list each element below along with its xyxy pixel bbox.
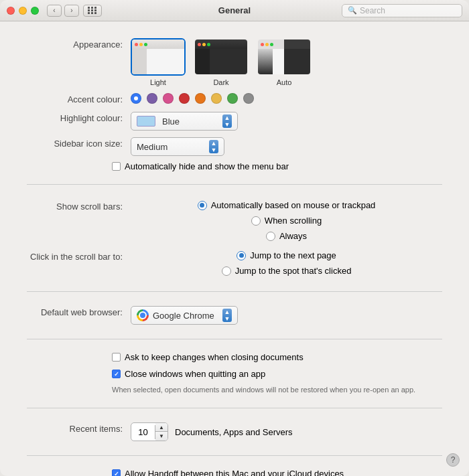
minimize-button[interactable]	[19, 7, 27, 15]
recent-items-row: Recent items: 10 ▲ ▼ Documents, Apps and…	[0, 419, 469, 445]
click-next-page-label: Jump to the next page	[250, 250, 336, 260]
scroll-always-label: Always	[279, 231, 307, 241]
menu-bar-checkbox[interactable]	[112, 162, 121, 171]
scroll-auto-radio[interactable]	[198, 201, 207, 210]
accent-red[interactable]	[179, 93, 190, 104]
maximize-button[interactable]	[31, 7, 39, 15]
separator-5	[27, 455, 442, 456]
show-scroll-bars-control: Automatically based on mouse or trackpad…	[131, 199, 442, 242]
arrow-up-icon: ▲	[224, 309, 230, 315]
dark-thumb-dot-green	[207, 43, 210, 46]
close-windows-row: Close windows when quitting an app	[0, 367, 469, 381]
appearance-control: Light Dark	[131, 38, 442, 86]
scroll-scrolling-label: When scrolling	[265, 216, 322, 226]
click-scroll-bar-row: Click in the scroll bar to: Jump to the …	[0, 246, 469, 281]
menu-bar-label: Automatically hide and show the menu bar	[125, 161, 289, 171]
default-browser-select[interactable]: Google Chrome ▲ ▼	[131, 306, 238, 325]
arrow-up-icon: ▲	[224, 114, 230, 121]
accent-blue[interactable]	[131, 93, 141, 104]
close-windows-checkbox[interactable]	[112, 370, 121, 378]
appearance-auto-label: Auto	[277, 78, 292, 86]
scroll-scrolling-row: When scrolling	[251, 214, 322, 227]
accent-colour-control	[131, 93, 442, 104]
documents-note: When selected, open documents and window…	[0, 382, 469, 397]
highlight-colour-select[interactable]: Blue ▲ ▼	[131, 112, 238, 131]
stepper-down-button[interactable]: ▼	[155, 432, 168, 441]
auto-thumb-content-light	[273, 49, 284, 74]
click-next-page-radio[interactable]	[237, 251, 246, 260]
ask-changes-label: Ask to keep changes when closing documen…	[125, 352, 304, 362]
accent-colour-label: Accent colour:	[27, 93, 131, 104]
sidebar-icon-size-control: Medium ▲ ▼	[131, 137, 442, 156]
stepper-up-button[interactable]: ▲	[155, 423, 168, 432]
traffic-lights	[7, 7, 39, 15]
menu-bar-row: Automatically hide and show the menu bar	[0, 159, 469, 173]
appearance-dark[interactable]: Dark	[194, 38, 249, 86]
light-thumb-sidebar	[132, 49, 147, 74]
click-scroll-bar-label: Click in the scroll bar to:	[27, 249, 131, 263]
titlebar: ‹ › General 🔍	[0, 0, 469, 21]
auto-thumb-dot-yellow	[265, 43, 269, 46]
separator-3	[27, 339, 442, 339]
back-button[interactable]: ‹	[47, 5, 62, 17]
accent-pink[interactable]	[163, 93, 174, 104]
sidebar-icon-size-select[interactable]: Medium ▲ ▼	[131, 137, 224, 156]
grid-button[interactable]	[83, 5, 102, 17]
accent-purple[interactable]	[147, 93, 157, 104]
handoff-label: Allow Handoff between this Mac and your …	[125, 469, 344, 476]
appearance-row: Appearance: Light	[0, 35, 469, 90]
click-next-page-row: Jump to the next page	[237, 249, 336, 262]
show-scroll-bars-row: Show scroll bars: Automatically based on…	[0, 195, 469, 246]
auto-thumb-sidebar	[258, 49, 273, 74]
scroll-always-radio[interactable]	[266, 232, 275, 241]
appearance-dark-label: Dark	[213, 78, 228, 86]
recent-items-stepper[interactable]: 10 ▲ ▼	[131, 422, 168, 441]
recent-items-control: 10 ▲ ▼ Documents, Apps and Servers	[131, 422, 442, 441]
accent-colour-row: Accent colour:	[0, 90, 469, 108]
auto-thumb-dot-red	[261, 43, 264, 46]
scroll-always-row: Always	[266, 230, 307, 242]
ask-changes-row: Ask to keep changes when closing documen…	[0, 350, 469, 364]
ask-changes-checkbox[interactable]	[112, 353, 121, 362]
dark-thumb-dot-red	[198, 43, 201, 46]
default-browser-label: Default web browser:	[27, 306, 131, 317]
click-spot-radio[interactable]	[222, 266, 231, 276]
sidebar-icon-size-label: Sidebar icon size:	[27, 137, 131, 149]
light-thumb-content	[147, 49, 184, 74]
highlight-colour-value: Blue	[162, 116, 218, 127]
forward-button[interactable]: ›	[64, 5, 79, 17]
separator-1	[27, 184, 442, 185]
window-title: General	[218, 5, 251, 15]
arrow-down-icon: ▼	[224, 315, 230, 322]
accent-green[interactable]	[227, 93, 238, 104]
default-browser-control: Google Chrome ▲ ▼	[131, 306, 442, 325]
auto-thumb-dot-green	[270, 43, 273, 46]
default-browser-row: Default web browser: Google Chrome ▲ ▼	[0, 303, 469, 328]
recent-items-value: 10	[131, 425, 155, 439]
search-input[interactable]	[360, 6, 454, 15]
search-icon: 🔍	[348, 6, 357, 15]
default-browser-value: Google Chrome	[153, 311, 218, 321]
appearance-light[interactable]: Light	[131, 38, 186, 86]
scroll-scrolling-radio[interactable]	[251, 216, 261, 226]
documents-note-text: When selected, open documents and window…	[112, 386, 415, 394]
close-button[interactable]	[7, 7, 15, 15]
close-windows-label: Close windows when quitting an app	[125, 369, 265, 379]
default-browser-arrow: ▲ ▼	[222, 309, 232, 322]
appearance-auto[interactable]: Auto	[257, 38, 312, 86]
handoff-checkbox[interactable]	[112, 469, 121, 476]
recent-items-suffix: Documents, Apps and Servers	[175, 427, 293, 437]
light-thumb-titlebar	[132, 39, 184, 49]
help-button[interactable]: ?	[446, 453, 460, 467]
light-thumb-dot-yellow	[139, 43, 143, 46]
appearance-options: Light Dark	[131, 38, 312, 86]
accent-yellow[interactable]	[211, 93, 222, 104]
highlight-colour-label: Highlight colour:	[27, 112, 131, 123]
dark-thumb-titlebar	[195, 39, 247, 49]
accent-graphite[interactable]	[243, 93, 254, 104]
light-thumb-dot-red	[135, 43, 138, 46]
auto-thumb-content-dark	[284, 49, 310, 74]
auto-thumb-titlebar	[258, 39, 310, 49]
search-bar[interactable]: 🔍	[342, 4, 462, 17]
accent-orange[interactable]	[195, 93, 206, 104]
